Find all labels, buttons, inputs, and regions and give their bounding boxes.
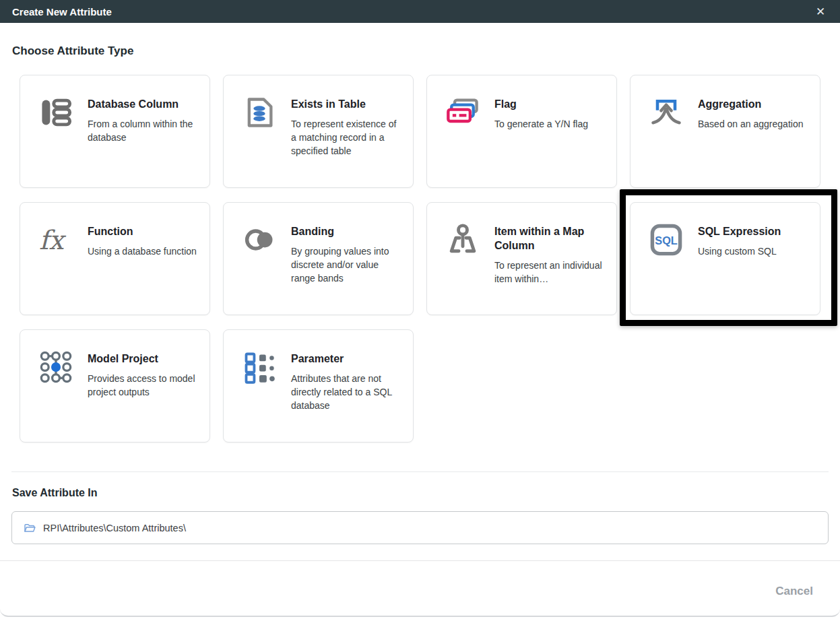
card-title: Model Project xyxy=(88,352,199,366)
card-description: Provides access to model project outputs xyxy=(88,372,199,399)
footer-divider xyxy=(0,560,840,561)
card-database-column[interactable]: Database Column From a column within the… xyxy=(20,75,210,188)
database-column-icon xyxy=(38,95,73,130)
dialog-title: Create New Attribute xyxy=(0,6,112,18)
svg-text:fx: fx xyxy=(39,225,66,255)
card-description: To represent an individual item within… xyxy=(494,259,606,286)
save-location-field[interactable]: RPI\Attributes\Custom Attributes\ xyxy=(11,511,829,544)
card-description: By grouping values into discrete and/or … xyxy=(291,244,402,285)
attribute-type-grid: Database Column From a column within the… xyxy=(20,75,820,443)
card-description: To represent existence of a matching rec… xyxy=(291,117,402,158)
folder-icon xyxy=(24,522,36,534)
sql-icon: SQL xyxy=(649,222,684,257)
svg-text:SQL: SQL xyxy=(655,234,677,247)
cancel-button[interactable]: Cancel xyxy=(775,579,813,603)
card-description: Using a database function xyxy=(88,244,197,258)
aggregation-icon xyxy=(649,95,684,130)
card-sql-expression[interactable]: SQL SQL Expression Using custom SQL xyxy=(630,202,820,315)
create-new-attribute-dialog: Create New Attribute ✕ Choose Attribute … xyxy=(0,0,840,617)
card-function[interactable]: fx Function Using a database function xyxy=(20,202,210,315)
card-title: Parameter xyxy=(291,352,402,366)
model-project-icon xyxy=(38,350,73,385)
map-pin-icon xyxy=(445,222,480,257)
card-banding[interactable]: Banding By grouping values into discrete… xyxy=(223,202,414,315)
save-attribute-in-heading: Save Attribute In xyxy=(12,487,98,499)
card-parameter[interactable]: Parameter Attributes that are not direct… xyxy=(223,329,414,443)
card-title: Aggregation xyxy=(698,97,803,111)
card-description: Using custom SQL xyxy=(698,244,781,258)
flag-icon xyxy=(445,95,480,130)
card-title: Database Column xyxy=(88,97,199,111)
card-description: Based on an aggregation xyxy=(698,117,803,131)
banding-icon xyxy=(242,222,277,257)
table-exists-icon xyxy=(242,95,277,130)
card-description: From a column within the database xyxy=(88,117,199,144)
card-title: SQL Expression xyxy=(698,224,781,238)
card-model-project[interactable]: Model Project Provides access to model p… xyxy=(20,329,210,443)
function-icon: fx xyxy=(38,222,73,257)
choose-attribute-type-heading: Choose Attribute Type xyxy=(12,44,133,58)
card-description: Attributes that are not directly related… xyxy=(291,372,402,412)
parameter-icon xyxy=(242,350,277,385)
card-title: Exists in Table xyxy=(291,97,402,111)
section-divider xyxy=(11,471,829,472)
close-icon[interactable]: ✕ xyxy=(810,0,831,23)
card-exists-in-table[interactable]: Exists in Table To represent existence o… xyxy=(223,75,414,188)
card-flag[interactable]: Flag To generate a Y/N flag xyxy=(426,75,617,188)
card-item-within-map-column[interactable]: Item within a Map Column To represent an… xyxy=(426,202,617,315)
card-title: Flag xyxy=(494,97,588,111)
card-title: Function xyxy=(88,224,197,238)
card-title: Banding xyxy=(291,224,402,238)
save-location-path: RPI\Attributes\Custom Attributes\ xyxy=(43,523,186,533)
dialog-titlebar: Create New Attribute ✕ xyxy=(0,0,840,23)
card-aggregation[interactable]: Aggregation Based on an aggregation xyxy=(630,75,820,188)
card-title: Item within a Map Column xyxy=(494,224,606,253)
card-description: To generate a Y/N flag xyxy=(494,117,588,131)
